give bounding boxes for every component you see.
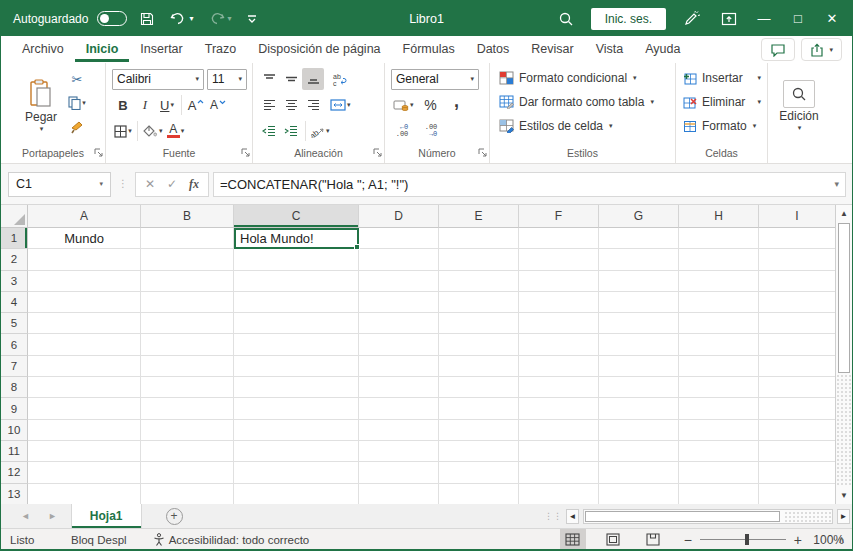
accessibility-status[interactable]: Accesibilidad: todo correcto bbox=[153, 533, 310, 546]
save-icon[interactable] bbox=[136, 6, 158, 32]
tab-formulas[interactable]: Fórmulas bbox=[392, 38, 466, 62]
row-header-6[interactable]: 6 bbox=[1, 334, 28, 355]
cell-B5[interactable] bbox=[141, 313, 234, 334]
cell-B12[interactable] bbox=[141, 462, 234, 483]
align-bottom-button[interactable] bbox=[302, 68, 324, 90]
cell-A11[interactable] bbox=[28, 441, 141, 462]
row-header-12[interactable]: 12 bbox=[1, 462, 28, 483]
cell-E3[interactable] bbox=[439, 271, 519, 292]
cell-E13[interactable] bbox=[439, 484, 519, 504]
cell-G13[interactable] bbox=[599, 484, 679, 504]
align-middle-button[interactable] bbox=[280, 68, 302, 90]
cell-D3[interactable] bbox=[359, 271, 439, 292]
cell-G6[interactable] bbox=[599, 334, 679, 355]
decrease-indent-button[interactable] bbox=[258, 120, 280, 142]
tab-revisar[interactable]: Revisar bbox=[520, 38, 584, 62]
sheet-nav-left-icon[interactable]: ◄ bbox=[21, 511, 30, 521]
cell-E4[interactable] bbox=[439, 292, 519, 313]
align-left-button[interactable] bbox=[258, 94, 280, 116]
italic-button[interactable]: I bbox=[134, 94, 156, 116]
cell-D11[interactable] bbox=[359, 441, 439, 462]
comments-button[interactable] bbox=[761, 38, 795, 61]
column-header-C[interactable]: C bbox=[234, 205, 359, 228]
page-break-preview-button[interactable] bbox=[640, 529, 666, 550]
row-header-11[interactable]: 11 bbox=[1, 441, 28, 462]
cell-E9[interactable] bbox=[439, 398, 519, 419]
quick-access-toolbar-icon[interactable] bbox=[243, 6, 261, 32]
delete-cells-button[interactable]: Eliminar▾ bbox=[681, 90, 763, 114]
cell-F1[interactable] bbox=[519, 228, 599, 249]
tab-archivo[interactable]: Archivo bbox=[11, 38, 75, 62]
fill-handle[interactable] bbox=[354, 244, 360, 250]
cell-D7[interactable] bbox=[359, 356, 439, 377]
cancel-formula-button[interactable]: ✕ bbox=[140, 177, 160, 191]
maximize-button[interactable]: □ bbox=[788, 11, 808, 26]
cell-G8[interactable] bbox=[599, 377, 679, 398]
row-header-3[interactable]: 3 bbox=[1, 271, 28, 292]
vertical-scroll-thumb[interactable] bbox=[838, 223, 850, 373]
cell-G4[interactable] bbox=[599, 292, 679, 313]
row-header-13[interactable]: 13 bbox=[1, 484, 28, 504]
row-header-2[interactable]: 2 bbox=[1, 249, 28, 270]
zoom-slider[interactable] bbox=[700, 539, 786, 540]
cell-I13[interactable] bbox=[759, 484, 835, 504]
cell-H9[interactable] bbox=[679, 398, 759, 419]
cell-B13[interactable] bbox=[141, 484, 234, 504]
cell-D9[interactable] bbox=[359, 398, 439, 419]
cell-A7[interactable] bbox=[28, 356, 141, 377]
column-header-I[interactable]: I bbox=[759, 205, 835, 228]
enter-formula-button[interactable]: ✓ bbox=[162, 177, 182, 191]
cell-A6[interactable] bbox=[28, 334, 141, 355]
cell-D13[interactable] bbox=[359, 484, 439, 504]
tab-vista[interactable]: Vista bbox=[585, 38, 635, 62]
column-header-G[interactable]: G bbox=[599, 205, 679, 228]
cell-A1[interactable]: Mundo bbox=[28, 228, 141, 249]
cell-H13[interactable] bbox=[679, 484, 759, 504]
column-header-H[interactable]: H bbox=[679, 205, 759, 228]
cell-B3[interactable] bbox=[141, 271, 234, 292]
merge-center-button[interactable]: ▾ bbox=[328, 94, 353, 116]
namebox-resize-handle[interactable]: ⋮ bbox=[115, 182, 131, 186]
row-header-8[interactable]: 8 bbox=[1, 377, 28, 398]
font-color-button[interactable]: A ▾ bbox=[165, 120, 187, 142]
cell-C5[interactable] bbox=[234, 313, 359, 334]
column-header-F[interactable]: F bbox=[519, 205, 599, 228]
increase-decimal-button[interactable]: ←0.00 bbox=[391, 120, 413, 142]
cell-D1[interactable] bbox=[359, 228, 439, 249]
autosave-toggle[interactable] bbox=[97, 11, 127, 26]
zoom-slider-handle[interactable] bbox=[745, 534, 749, 545]
cell-B10[interactable] bbox=[141, 420, 234, 441]
cell-C6[interactable] bbox=[234, 334, 359, 355]
cell-F9[interactable] bbox=[519, 398, 599, 419]
cell-B2[interactable] bbox=[141, 249, 234, 270]
cell-B6[interactable] bbox=[141, 334, 234, 355]
cell-G5[interactable] bbox=[599, 313, 679, 334]
column-header-E[interactable]: E bbox=[439, 205, 519, 228]
scroll-down-icon[interactable]: ▼ bbox=[836, 487, 852, 504]
column-header-B[interactable]: B bbox=[141, 205, 234, 228]
cell-G2[interactable] bbox=[599, 249, 679, 270]
format-as-table-button[interactable]: Dar formato como tabla▾ bbox=[497, 90, 671, 114]
cell-I4[interactable] bbox=[759, 292, 835, 313]
cell-G12[interactable] bbox=[599, 462, 679, 483]
close-button[interactable]: ✕ bbox=[822, 11, 842, 26]
increase-indent-button[interactable] bbox=[280, 120, 302, 142]
cell-F7[interactable] bbox=[519, 356, 599, 377]
formula-input[interactable]: =CONCATENAR("Hola "; A1; "!") ▾ bbox=[213, 172, 846, 197]
cell-F12[interactable] bbox=[519, 462, 599, 483]
font-size-combo[interactable]: 11▾ bbox=[207, 69, 247, 90]
cell-G7[interactable] bbox=[599, 356, 679, 377]
copy-button[interactable]: ▾ bbox=[66, 92, 88, 114]
row-header-4[interactable]: 4 bbox=[1, 292, 28, 313]
cell-H7[interactable] bbox=[679, 356, 759, 377]
cell-E1[interactable] bbox=[439, 228, 519, 249]
tab-trazo[interactable]: Trazo bbox=[194, 38, 248, 62]
percent-style-button[interactable]: % bbox=[420, 94, 442, 116]
cell-C10[interactable] bbox=[234, 420, 359, 441]
cell-F2[interactable] bbox=[519, 249, 599, 270]
cell-I11[interactable] bbox=[759, 441, 835, 462]
tab-inicio[interactable]: Inicio bbox=[75, 38, 130, 62]
row-header-1[interactable]: 1 bbox=[1, 228, 28, 249]
cell-C3[interactable] bbox=[234, 271, 359, 292]
undo-dropdown-icon[interactable]: ▾ bbox=[189, 15, 193, 23]
